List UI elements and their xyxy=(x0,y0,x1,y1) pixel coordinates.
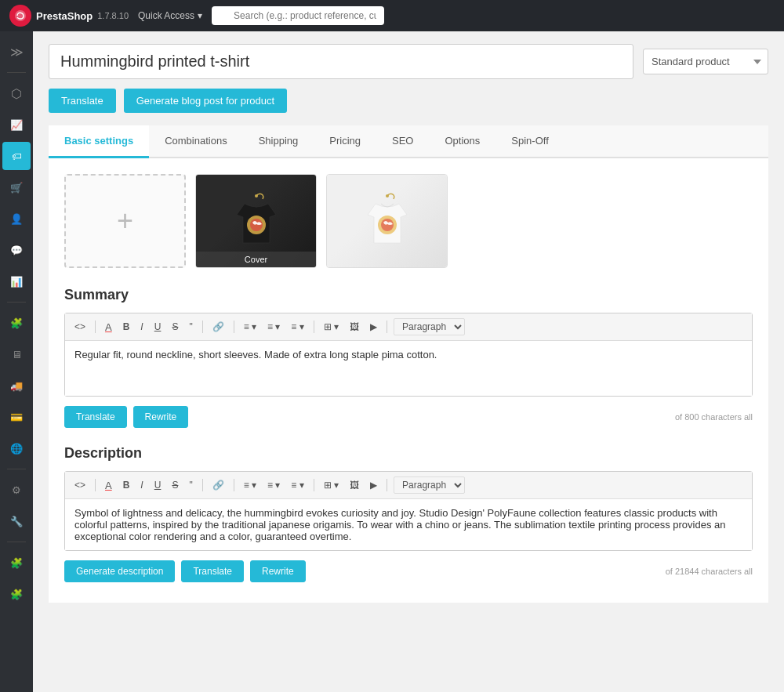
desc-list-ol-btn[interactable]: ≡ ▾ xyxy=(288,478,307,492)
desc-paragraph-select[interactable]: Paragraph xyxy=(394,476,465,494)
description-translate-button[interactable]: Translate xyxy=(181,560,244,582)
sidebar-divider xyxy=(7,72,26,73)
sidebar-item-orders[interactable]: 🛒 xyxy=(2,173,31,201)
sidebar-item-expand[interactable]: ≫ xyxy=(2,38,31,66)
description-toolbar: <> A B I U S " 🔗 ≡ ▾ ≡ ▾ ≡ ▾ xyxy=(65,472,752,499)
italic-btn[interactable]: I xyxy=(137,320,146,334)
underline-btn[interactable]: U xyxy=(151,320,165,334)
description-text[interactable]: Symbol of lightness and delicacy, the hu… xyxy=(65,499,752,550)
sep4 xyxy=(314,321,314,333)
desc-table-btn[interactable]: ⊞ ▾ xyxy=(321,478,342,492)
description-rewrite-button[interactable]: Rewrite xyxy=(250,560,306,582)
list-ol-btn[interactable]: ≡ ▾ xyxy=(288,320,307,334)
list-ul-btn[interactable]: ≡ ▾ xyxy=(264,320,283,334)
summary-editor: <> A B I U S " 🔗 ≡ ▾ ≡ ▾ ≡ ▾ xyxy=(64,313,753,397)
advanced-icon: 🔧 xyxy=(10,516,23,527)
tab-basic-settings[interactable]: Basic settings xyxy=(49,125,149,158)
description-heading: Description xyxy=(64,445,753,462)
product-type-select[interactable]: Standard product Pack of products Virtua… xyxy=(643,49,768,74)
sidebar-item-plugin1[interactable]: 🧩 xyxy=(2,549,31,577)
basic-settings-panel: + xyxy=(49,158,768,603)
sidebar: ≫ ⬡ 📈 🏷 🛒 👤 💬 📊 🧩 🖥 🚚 xyxy=(0,31,33,692)
sidebar-item-plugin2[interactable]: 🧩 xyxy=(2,580,31,608)
dashboard-icon: ⬡ xyxy=(11,86,22,101)
sep1 xyxy=(95,321,96,333)
desc-code-btn[interactable]: <> xyxy=(71,478,89,492)
orders-icon: 🛒 xyxy=(10,182,23,194)
app-name: PrestaShop xyxy=(36,10,93,22)
sidebar-item-payment[interactable]: 💳 xyxy=(2,403,31,431)
desc-link-btn[interactable]: 🔗 xyxy=(209,478,227,492)
sep6 xyxy=(95,479,96,491)
description-editor: <> A B I U S " 🔗 ≡ ▾ ≡ ▾ ≡ ▾ xyxy=(64,471,753,551)
description-actions: Generate description Translate Rewrite xyxy=(64,560,306,582)
font-color-btn[interactable]: A xyxy=(102,320,115,335)
desc-underline-btn[interactable]: U xyxy=(151,478,165,492)
media-btn[interactable]: ▶ xyxy=(367,320,380,334)
strikethrough-btn[interactable]: S xyxy=(169,320,181,334)
search-wrapper: 🔍 xyxy=(212,6,384,25)
tab-combinations[interactable]: Combinations xyxy=(149,125,243,158)
summary-translate-button[interactable]: Translate xyxy=(64,406,127,428)
sidebar-item-catalog[interactable]: 🏷 xyxy=(2,142,31,170)
svg-point-1 xyxy=(255,194,258,197)
tab-spinoff[interactable]: Spin-Off xyxy=(495,125,564,158)
tab-options[interactable]: Options xyxy=(429,125,495,158)
svg-point-4 xyxy=(386,194,389,197)
sidebar-divider-4 xyxy=(7,542,26,542)
desc-blockquote-btn[interactable]: " xyxy=(186,478,195,492)
sidebar-item-modules[interactable]: 🧩 xyxy=(2,309,31,337)
tab-shipping[interactable]: Shipping xyxy=(243,125,314,158)
sidebar-item-design[interactable]: 🖥 xyxy=(2,340,31,368)
sidebar-item-advanced[interactable]: 🔧 xyxy=(2,507,31,535)
summary-rewrite-button[interactable]: Rewrite xyxy=(133,406,189,428)
summary-text[interactable]: Regular fit, round neckline, short sleev… xyxy=(65,341,752,396)
payment-icon: 💳 xyxy=(10,411,23,423)
logo-icon xyxy=(9,5,31,27)
description-char-count: of 21844 characters all xyxy=(666,567,753,576)
desc-image-btn[interactable]: 🖼 xyxy=(347,478,362,492)
logo-area: PrestaShop 1.7.8.10 xyxy=(9,5,129,27)
quick-access-button[interactable]: Quick Access ▾ xyxy=(138,10,202,21)
desc-font-color-btn[interactable]: A xyxy=(102,478,115,493)
sidebar-item-international[interactable]: 🌐 xyxy=(2,434,31,462)
desc-bold-btn[interactable]: B xyxy=(120,478,133,492)
summary-footer: Translate Rewrite of 800 characters all xyxy=(64,401,753,433)
messages-icon: 💬 xyxy=(10,245,23,256)
product-image-2[interactable] xyxy=(326,174,448,268)
desc-align-btn[interactable]: ≡ ▾ xyxy=(241,478,260,492)
sidebar-item-settings[interactable]: ⚙ xyxy=(2,476,31,504)
desc-media-btn[interactable]: ▶ xyxy=(367,478,380,492)
product-image-1[interactable]: Cover xyxy=(195,174,317,268)
paragraph-select[interactable]: Paragraph xyxy=(394,318,465,335)
code-btn[interactable]: <> xyxy=(71,320,89,334)
generate-description-button[interactable]: Generate description xyxy=(64,560,175,582)
desc-italic-btn[interactable]: I xyxy=(137,478,146,492)
sidebar-item-shipping[interactable]: 🚚 xyxy=(2,371,31,400)
bold-btn[interactable]: B xyxy=(120,320,133,334)
sidebar-item-stats[interactable]: 📊 xyxy=(2,267,31,295)
desc-list-ul-btn[interactable]: ≡ ▾ xyxy=(264,478,283,492)
desc-strikethrough-btn[interactable]: S xyxy=(169,478,181,492)
blockquote-btn[interactable]: " xyxy=(186,320,195,334)
sep2 xyxy=(202,321,203,333)
sidebar-item-messages[interactable]: 💬 xyxy=(2,236,31,264)
sidebar-item-dashboard[interactable]: ⬡ xyxy=(2,79,31,107)
translate-button[interactable]: Translate xyxy=(49,89,116,113)
generate-blog-button[interactable]: Generate blog post for product xyxy=(124,89,287,113)
plugin1-icon: 🧩 xyxy=(10,557,23,569)
link-btn[interactable]: 🔗 xyxy=(209,320,227,334)
table-btn[interactable]: ⊞ ▾ xyxy=(321,320,342,334)
sidebar-item-customers[interactable]: 👤 xyxy=(2,205,31,233)
tab-pricing[interactable]: Pricing xyxy=(314,125,376,158)
stats-icon: 📊 xyxy=(10,276,23,288)
search-input[interactable] xyxy=(212,6,384,25)
add-image-button[interactable]: + xyxy=(64,174,186,268)
image-btn[interactable]: 🖼 xyxy=(347,320,362,334)
svg-point-0 xyxy=(15,10,26,21)
product-title-input[interactable] xyxy=(49,44,633,79)
align-btn[interactable]: ≡ ▾ xyxy=(241,320,260,334)
sidebar-item-analytics[interactable]: 📈 xyxy=(2,111,31,139)
settings-icon: ⚙ xyxy=(12,484,21,496)
tab-seo[interactable]: SEO xyxy=(376,125,429,158)
